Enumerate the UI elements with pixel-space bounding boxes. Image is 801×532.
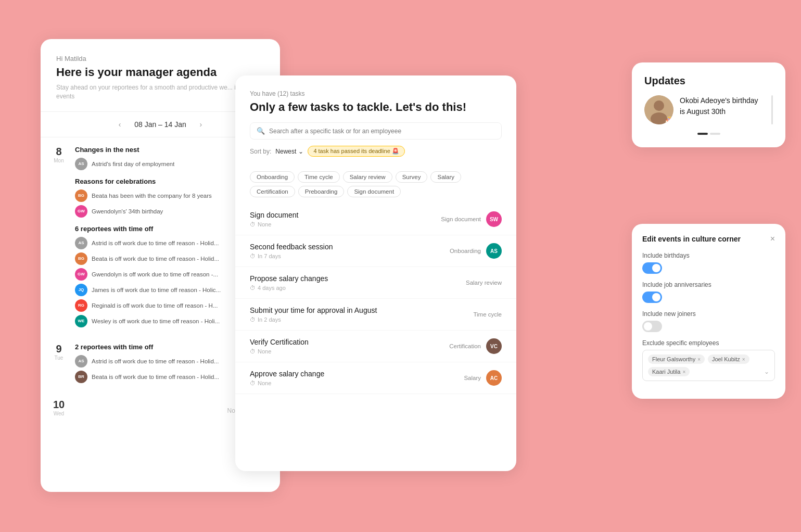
remove-tag-button[interactable]: × [682, 369, 685, 375]
task-due: ⏱None [250, 380, 324, 386]
day-number-col: 8Mon [51, 146, 67, 335]
day-label: Tue [51, 355, 67, 361]
remove-tag-button[interactable]: × [697, 357, 701, 362]
edit-events-title: Edit events in culture corner [642, 235, 741, 243]
filter-tag[interactable]: Salary [430, 171, 461, 183]
avatar: WE [75, 315, 87, 327]
filter-tag[interactable]: Preboarding [298, 186, 345, 197]
avatar: AS [75, 355, 87, 368]
task-category: Onboarding [450, 248, 481, 254]
main-title: Here is your manager agenda [56, 66, 264, 79]
table-row[interactable]: Sign document⏱NoneSign documentSW [235, 204, 516, 235]
avatar: AS [75, 158, 87, 170]
event-text: Wesley is off work due to time off reaso… [92, 318, 220, 324]
search-input[interactable] [269, 128, 495, 135]
deadline-badge: 4 task has passed its deadline 🚨 [308, 146, 404, 157]
filter-tag[interactable]: Survey [396, 171, 428, 183]
task-category: Sign document [441, 216, 481, 222]
filter-tag[interactable]: Time cycle [298, 171, 340, 183]
day-label: Wed [51, 411, 67, 416]
toggle-sections: Include birthdaysInclude job anniversari… [642, 252, 775, 332]
toggle-switch[interactable] [642, 292, 662, 303]
day-number-col: 10Wed [51, 399, 67, 423]
avatar: VC [486, 338, 502, 354]
edit-events-card: Edit events in culture corner × Include … [632, 224, 785, 399]
event-text: Astrid is off work due to time off reaso… [92, 358, 219, 364]
filter-tag[interactable]: Certification [250, 186, 295, 197]
filter-row: Sort by: Newest ⌄ 4 task has passed its … [250, 146, 502, 157]
dropdown-icon: ⌄ [764, 368, 769, 375]
toggle-switch[interactable] [642, 321, 662, 332]
prev-arrow[interactable]: ‹ [113, 118, 126, 131]
tasks-count: You have (12) tasks [250, 90, 502, 97]
tasks-title: Only a few tasks to tackle. Let's do thi… [250, 100, 502, 114]
event-text: Astrid's first day of employment [92, 161, 174, 167]
toggle-label: Include job anniversaries [642, 281, 775, 288]
task-name: Propose salary changes [250, 274, 328, 283]
event-text: Beata is off work due to time off reason… [92, 256, 219, 262]
event-text: Beata is off work due to time off reason… [92, 374, 219, 380]
event-text: Gwendolyn's' 34th birthday [92, 208, 163, 214]
sort-label: Sort by: [250, 148, 271, 155]
avatar: GW [75, 205, 87, 218]
task-due: ⏱None [250, 221, 298, 227]
sort-select[interactable]: Newest ⌄ [275, 148, 303, 155]
birthday-row: 🎂 Okobi Adeoye's birthday is August 30th [644, 95, 773, 124]
filter-tag[interactable]: Onboarding [250, 171, 295, 183]
clock-icon: ⏱ [250, 285, 256, 291]
due-text: None [258, 348, 271, 354]
task-due: ⏱None [250, 348, 309, 354]
main-subtitle: Stay ahead on your reportees for a smoot… [56, 83, 264, 101]
birthday-emoji: 🎂 [664, 116, 673, 124]
dot-active [697, 133, 708, 135]
table-row[interactable]: Verify Certification⏱NoneCertificationVC [235, 331, 516, 362]
tag-label: Fleur Galsworthy [652, 356, 695, 362]
due-text: 4 days ago [258, 285, 286, 291]
avatar: AS [75, 237, 87, 249]
search-bar[interactable]: 🔍 [250, 122, 502, 140]
toggle-label: Include birthdays [642, 252, 775, 259]
day-label: Mon [51, 158, 67, 163]
due-text: None [258, 380, 271, 386]
task-name: Second feedback session [250, 243, 333, 251]
clock-icon: ⏱ [250, 253, 256, 259]
toggle-section: Include job anniversaries [642, 281, 775, 303]
day-number: 10 [51, 399, 67, 411]
table-row[interactable]: Approve salary change⏱NoneSalaryAC [235, 362, 516, 394]
clock-icon: ⏱ [250, 380, 256, 386]
avatar: SW [486, 211, 502, 227]
table-row[interactable]: Submit your time for approval in August⏱… [235, 299, 516, 331]
clock-icon: ⏱ [250, 221, 256, 227]
updates-title: Updates [644, 75, 773, 87]
edit-events-header: Edit events in culture corner × [642, 234, 775, 244]
greeting: Hi Matilda [56, 55, 264, 62]
exclude-tag: Joel Kubitz× [708, 354, 749, 364]
avatar: RG [75, 299, 87, 312]
task-category: Certification [449, 343, 481, 349]
tag-label: Joel Kubitz [712, 356, 740, 362]
search-icon: 🔍 [257, 127, 265, 135]
avatar: AC [486, 370, 502, 386]
tag-input[interactable]: Fleur Galsworthy×Joel Kubitz×Kaari Jutil… [642, 350, 775, 381]
table-row[interactable]: Propose salary changes⏱4 days agoSalary … [235, 267, 516, 299]
close-button[interactable]: × [770, 234, 775, 244]
avatar: AS [486, 243, 502, 259]
filter-tag[interactable]: Salary review [343, 171, 392, 183]
avatar: BR [75, 371, 87, 383]
dots-row [644, 133, 773, 135]
task-name: Verify Certification [250, 338, 309, 346]
filter-tag[interactable]: Sign document [347, 186, 401, 197]
tag-label: Kaari Jutila [652, 369, 680, 375]
table-row[interactable]: Second feedback session⏱In 7 daysOnboard… [235, 235, 516, 267]
due-text: In 2 days [258, 316, 281, 323]
toggle-label: Include new joiners [642, 310, 775, 318]
task-due: ⏱In 7 days [250, 253, 333, 259]
task-due: ⏱In 2 days [250, 316, 377, 323]
task-name: Sign document [250, 211, 298, 219]
avatar: GW [75, 268, 87, 281]
remove-tag-button[interactable]: × [742, 357, 745, 362]
task-category: Salary review [466, 280, 502, 286]
toggle-switch[interactable] [642, 262, 662, 274]
due-text: None [258, 221, 271, 227]
next-arrow[interactable]: › [195, 118, 207, 131]
